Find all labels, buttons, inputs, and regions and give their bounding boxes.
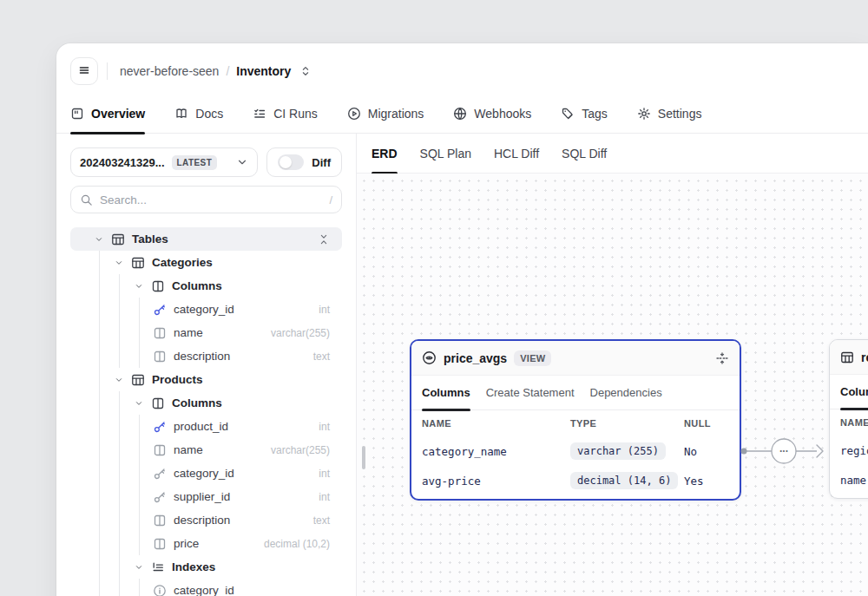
card-column-row[interactable]: avg-pricedecimal (14, 6)Yes bbox=[411, 466, 740, 495]
tab-settings[interactable]: Settings bbox=[637, 94, 702, 134]
column-header-name: NAME bbox=[840, 417, 868, 428]
card-tab-bar: ColumnsCreate StatementDependencies bbox=[411, 376, 740, 410]
tree-item-columns[interactable]: Columns bbox=[70, 391, 342, 415]
tree-item-category_id[interactable]: category_idint bbox=[70, 298, 342, 321]
column-type-hint: decimal (10,2) bbox=[264, 538, 339, 550]
gear-icon bbox=[637, 107, 651, 121]
tree-item-description[interactable]: descriptiontext bbox=[70, 508, 342, 532]
info-icon bbox=[153, 584, 167, 596]
chevron-down-icon[interactable] bbox=[133, 397, 145, 409]
card-header[interactable]: price_avgs VIEW bbox=[411, 341, 740, 376]
table-icon bbox=[131, 256, 145, 270]
tree-item-name[interactable]: namevarchar(255) bbox=[70, 321, 342, 344]
column-type-pill: varchar (255) bbox=[570, 442, 666, 460]
view-badge: VIEW bbox=[514, 350, 551, 366]
chevron-down-icon[interactable] bbox=[133, 561, 145, 573]
view-eye-icon bbox=[422, 350, 437, 365]
chevron-down-icon[interactable] bbox=[113, 374, 125, 386]
tab-docs[interactable]: Docs bbox=[174, 94, 223, 134]
erd-card-regions[interactable]: regions Columns NAME regionname bbox=[829, 339, 868, 499]
tree-item-category_id[interactable]: category_id bbox=[70, 579, 342, 596]
column-type-hint: int bbox=[319, 491, 339, 503]
key-icon bbox=[153, 303, 167, 317]
content-area: 202403241329... LATEST Diff / bbox=[56, 134, 868, 596]
tree-item-tables[interactable]: Tables bbox=[70, 227, 342, 251]
card-column-row[interactable]: region bbox=[830, 436, 868, 465]
diff-label: Diff bbox=[312, 156, 331, 169]
card-tab-create-statement[interactable]: Create Statement bbox=[486, 376, 575, 410]
tab-overview[interactable]: Overview bbox=[70, 94, 145, 134]
version-value: 202403241329... bbox=[80, 156, 165, 169]
chevron-down-icon[interactable] bbox=[133, 280, 145, 292]
chevron-down-icon[interactable] bbox=[93, 233, 105, 246]
card-header[interactable]: regions bbox=[830, 340, 868, 375]
hamburger-icon bbox=[77, 63, 91, 80]
erd-card-price-avgs[interactable]: price_avgs VIEW ColumnsCreate StatementD… bbox=[410, 339, 741, 501]
list-icon bbox=[151, 560, 165, 574]
columns-icon bbox=[151, 279, 165, 293]
search-shortcut-hint: / bbox=[329, 193, 332, 206]
breadcrumb-project[interactable]: never-before-seen bbox=[120, 64, 219, 78]
card-column-row[interactable]: name bbox=[830, 465, 868, 494]
columns-icon bbox=[153, 514, 167, 527]
tab-webhooks[interactable]: Webhooks bbox=[453, 94, 531, 134]
card-title: regions bbox=[861, 350, 868, 364]
column-nullable: Yes bbox=[684, 475, 729, 488]
card-tab-dependencies[interactable]: Dependencies bbox=[590, 376, 662, 410]
tree-item-indexes[interactable]: Indexes bbox=[70, 555, 342, 579]
card-title: price_avgs bbox=[444, 351, 507, 365]
diff-toggle-button[interactable]: Diff bbox=[266, 147, 342, 177]
column-type-hint: text bbox=[313, 514, 339, 527]
tree-item-columns[interactable]: Columns bbox=[70, 274, 342, 298]
tab-ci-runs[interactable]: CI Runs bbox=[253, 94, 318, 134]
card-column-row[interactable]: category_namevarchar (255)No bbox=[411, 436, 740, 466]
tree-item-supplier_id[interactable]: supplier_idint bbox=[70, 485, 342, 508]
play-circle-icon bbox=[347, 107, 361, 121]
tab-migrations[interactable]: Migrations bbox=[347, 94, 424, 134]
book-icon bbox=[174, 107, 188, 121]
app-tab-bar: OverviewDocsCI RunsMigrationsWebhooksTag… bbox=[56, 94, 868, 134]
table-icon bbox=[111, 233, 125, 246]
key-icon bbox=[153, 420, 167, 434]
card-tab-columns[interactable]: Columns bbox=[840, 375, 868, 409]
erd-canvas[interactable]: price_avgs VIEW ColumnsCreate StatementD… bbox=[357, 174, 868, 596]
version-select[interactable]: 202403241329... LATEST bbox=[70, 147, 258, 177]
search-box[interactable]: / bbox=[70, 186, 342, 213]
tab-tags[interactable]: Tags bbox=[561, 94, 608, 134]
tree-item-description[interactable]: descriptiontext bbox=[70, 344, 342, 368]
erd-tab-hcl-diff[interactable]: HCL Diff bbox=[494, 134, 539, 174]
fold-vertical-icon[interactable] bbox=[715, 351, 729, 365]
tree-item-products[interactable]: Products bbox=[70, 368, 342, 391]
column-type-hint: int bbox=[319, 468, 339, 480]
column-header-null: NULL bbox=[684, 418, 729, 429]
card-tab-columns[interactable]: Columns bbox=[422, 376, 470, 410]
tree-item-product_id[interactable]: product_idint bbox=[70, 415, 342, 438]
header-divider bbox=[107, 62, 108, 80]
column-name: category_name bbox=[422, 445, 570, 458]
key-icon bbox=[153, 490, 167, 504]
diff-switch[interactable] bbox=[278, 154, 304, 170]
search-input[interactable] bbox=[100, 193, 322, 206]
tree-item-price[interactable]: pricedecimal (10,2) bbox=[70, 532, 342, 555]
column-type-hint: varchar(255) bbox=[271, 327, 339, 339]
canvas-resize-handle[interactable] bbox=[362, 446, 365, 469]
collapse-all-icon[interactable] bbox=[318, 233, 339, 246]
breadcrumb-current[interactable]: Inventory bbox=[236, 64, 291, 78]
globe-icon bbox=[453, 107, 467, 121]
chevrons-up-down-icon[interactable] bbox=[299, 65, 312, 77]
erd-tab-sql-diff[interactable]: SQL Diff bbox=[562, 134, 607, 174]
schema-tree: TablesCategoriesColumnscategory_idintnam… bbox=[70, 227, 342, 596]
erd-tab-erd[interactable]: ERD bbox=[372, 134, 398, 174]
column-header-name: NAME bbox=[422, 418, 570, 429]
hamburger-menu-button[interactable] bbox=[70, 57, 98, 85]
column-name: name bbox=[840, 474, 868, 487]
app-header: never-before-seen / Inventory bbox=[56, 43, 868, 85]
tree-item-categories[interactable]: Categories bbox=[70, 251, 342, 274]
tree-item-name[interactable]: namevarchar(255) bbox=[70, 438, 342, 462]
erd-tab-sql-plan[interactable]: SQL Plan bbox=[420, 134, 471, 174]
tree-item-category_id[interactable]: category_idint bbox=[70, 462, 342, 485]
schema-sidebar: 202403241329... LATEST Diff / bbox=[56, 134, 356, 596]
key-icon bbox=[153, 467, 167, 481]
chevron-down-icon[interactable] bbox=[113, 257, 125, 269]
table-icon bbox=[840, 350, 854, 364]
